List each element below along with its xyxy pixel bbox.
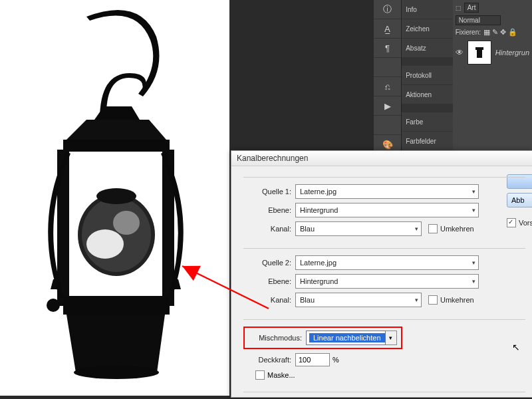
source2-invert-label: Umkehren <box>440 296 474 304</box>
panel-color[interactable]: Farbe <box>402 112 452 132</box>
layers-panel: ⬚ Art Normal Fixieren: ▦ ✎ ✥ 🔒 👁 Hinterg… <box>453 0 532 152</box>
lock-label: Fixieren: <box>456 29 481 36</box>
document-canvas[interactable] <box>0 0 229 396</box>
panel-label-bar: Info Zeichen Absatz Protokoll Aktionen F… <box>402 0 452 152</box>
source1-channel-select[interactable]: Blau <box>295 221 422 236</box>
spacer <box>374 116 401 135</box>
svg-rect-8 <box>63 296 170 315</box>
visibility-icon[interactable]: 👁 <box>456 48 464 57</box>
character-icon[interactable]: A̲ <box>374 19 401 39</box>
spacer <box>374 58 401 77</box>
svg-point-9 <box>74 366 159 379</box>
spacer <box>402 58 452 66</box>
source2-group: Quelle 2: Laterne.jpg Ebene: Hintergrund… <box>243 248 525 315</box>
source1-group: Quelle 1: Laterne.jpg Ebene: Hintergrund… <box>243 177 525 244</box>
source2-channel-select[interactable]: Blau <box>295 293 422 307</box>
result-group: Ergebnis: Neuer Kanal <box>243 392 525 399</box>
svg-rect-0 <box>63 140 170 152</box>
panel-swatches[interactable]: Farbfelder <box>402 132 452 151</box>
opacity-label: Deckkraft: <box>243 356 291 364</box>
panel-history[interactable]: Protokoll <box>402 66 452 85</box>
blend-group: Mischmodus: Linear nachbelichten ▾ Deckk… <box>243 319 525 388</box>
cursor-icon: ↖ <box>512 342 520 352</box>
actions-icon[interactable]: ▶ <box>374 96 401 116</box>
panel-character[interactable]: Zeichen <box>402 19 452 39</box>
source1-label: Quelle 1: <box>243 188 291 196</box>
source2-channel-label: Kanal: <box>243 296 291 304</box>
layer-kind-select[interactable]: Art <box>464 3 479 13</box>
panel-actions[interactable]: Aktionen <box>402 85 452 104</box>
blend-mode-select[interactable]: Linear nachbelichten <box>306 331 386 345</box>
source1-layer-label: Ebene: <box>243 206 291 214</box>
percent-label: % <box>332 356 339 364</box>
blend-label: Mischmodus: <box>249 334 302 342</box>
panel-icon-bar: ⓘ A̲ ¶ ⎌ ▶ 🎨 ▦ <box>374 0 402 152</box>
info-icon[interactable]: ⓘ <box>374 0 401 19</box>
source1-file-select[interactable]: Laterne.jpg <box>295 184 479 199</box>
source2-layer-select[interactable]: Hintergrund <box>295 274 479 289</box>
spacer <box>402 104 452 112</box>
layer-name[interactable]: Hintergrun <box>495 49 529 57</box>
source1-invert-label: Umkehren <box>440 225 474 233</box>
svg-point-7 <box>96 188 136 204</box>
source2-file-select[interactable]: Laterne.jpg <box>295 255 479 270</box>
layer-row[interactable]: 👁 Hintergrun <box>456 41 529 65</box>
source1-layer-select[interactable]: Hintergrund <box>295 203 479 217</box>
paragraph-icon[interactable]: ¶ <box>374 39 401 58</box>
svg-point-10 <box>47 299 60 312</box>
lock-icons[interactable]: ▦ ✎ ✥ 🔒 <box>483 28 517 37</box>
layer-thumbnail[interactable] <box>467 41 491 65</box>
canvas-area <box>0 0 229 399</box>
highlight-annotation: Mischmodus: Linear nachbelichten ▾ <box>243 327 402 349</box>
mask-checkbox[interactable] <box>255 370 265 380</box>
svg-point-6 <box>113 211 140 235</box>
right-panels: ⓘ A̲ ¶ ⎌ ▶ 🎨 ▦ Info Zeichen Absatz Proto… <box>374 0 532 152</box>
dialog-titlebar[interactable]: Kanalberechnungen <box>231 151 532 166</box>
dialog-title: Kanalberechnungen <box>237 154 308 163</box>
lantern-artwork <box>27 10 203 382</box>
source2-layer-label: Ebene: <box>243 277 291 285</box>
mask-label: Maske... <box>267 371 295 379</box>
blend-mode-value: Linear nachbelichten <box>309 333 385 342</box>
source2-label: Quelle 2: <box>243 259 291 267</box>
panel-paragraph[interactable]: Absatz <box>402 39 452 58</box>
history-icon[interactable]: ⎌ <box>374 77 401 96</box>
calculations-dialog: Kanalberechnungen Abb Vors Quelle 1: Lat… <box>231 150 532 398</box>
blend-mode-select[interactable]: Normal <box>456 15 501 25</box>
svg-point-5 <box>86 229 124 259</box>
blend-dropdown-icon[interactable]: ▾ <box>386 331 397 345</box>
source1-channel-label: Kanal: <box>243 225 291 233</box>
panel-info[interactable]: Info <box>402 0 452 19</box>
source1-invert-checkbox[interactable] <box>428 224 438 233</box>
opacity-input[interactable]: 100 <box>295 353 330 366</box>
source2-invert-checkbox[interactable] <box>428 295 438 305</box>
